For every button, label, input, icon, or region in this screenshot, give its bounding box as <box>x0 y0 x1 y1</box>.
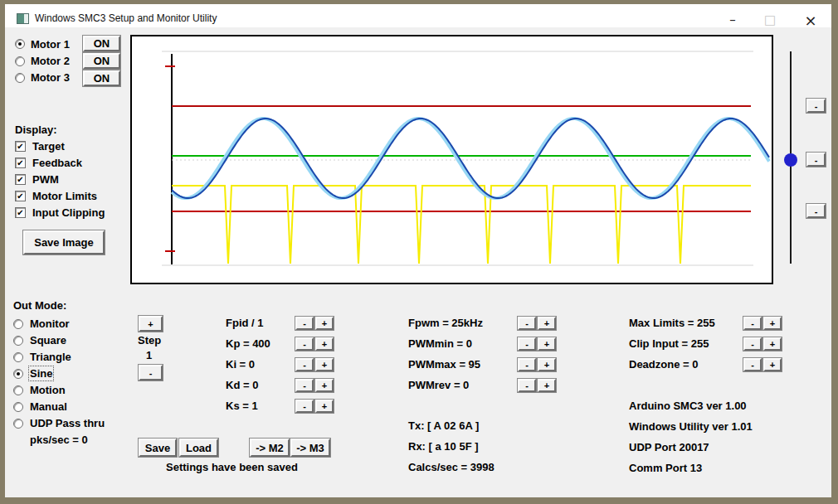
motor-2-label: Motor 2 <box>31 55 70 67</box>
scale-slider-thumb[interactable] <box>784 153 797 167</box>
kd-minus-button[interactable]: - <box>295 379 314 392</box>
out-mode-triangle-radio[interactable] <box>13 352 23 362</box>
deadzone-minus-button[interactable]: - <box>743 358 762 371</box>
out-mode-section-label: Out Mode: <box>13 299 66 312</box>
tx-status: Tx: [ A 02 6A ] <box>408 419 479 432</box>
out-mode-udp-radio[interactable] <box>13 419 23 429</box>
kp-plus-button[interactable]: + <box>315 337 334 351</box>
out-mode-manual-radio[interactable] <box>13 402 23 412</box>
deadzone-plus-button[interactable]: + <box>763 358 782 371</box>
scale-lower-minus-button[interactable]: - <box>806 204 826 218</box>
out-mode-sine-radio[interactable] <box>13 369 23 379</box>
save-button[interactable]: Save <box>139 439 177 457</box>
max-limits-value: Max Limits = 255 <box>629 317 715 329</box>
out-mode-triangle-label: Triangle <box>30 351 71 363</box>
kp-value: Kp = 400 <box>226 337 270 350</box>
load-button[interactable]: Load <box>179 439 218 457</box>
out-mode-square-label: Square <box>30 334 66 346</box>
utility-version: Windows Utility ver 1.01 <box>629 420 753 433</box>
arduino-version: Arduino SMC3 ver 1.00 <box>629 400 747 412</box>
udp-port: UDP Port 20017 <box>629 441 709 453</box>
motor-3-radio[interactable] <box>15 73 25 83</box>
feedback-checkbox-label: Feedback <box>32 157 82 169</box>
ki-plus-button[interactable]: + <box>315 358 334 371</box>
pwmmin-minus-button[interactable]: - <box>518 337 536 351</box>
ki-minus-button[interactable]: - <box>295 358 314 371</box>
target-checkbox[interactable] <box>15 141 26 152</box>
max-limits-plus-button[interactable]: + <box>763 317 782 330</box>
clip-input-plus-button[interactable]: + <box>763 337 782 351</box>
step-label: Step <box>138 334 161 346</box>
deadzone-value: Deadzone = 0 <box>629 358 698 371</box>
max-limits-minus-button[interactable]: - <box>743 317 762 330</box>
motor-limits-checkbox[interactable] <box>15 191 26 201</box>
chart-panel <box>130 35 773 284</box>
pwmrev-plus-button[interactable]: + <box>538 379 556 392</box>
step-plus-button[interactable]: + <box>139 316 163 332</box>
pwmmax-value: PWMmax = 95 <box>408 358 480 371</box>
rx-status: Rx: [ a 10 5F ] <box>408 440 479 453</box>
motor-3-label: Motor 3 <box>31 71 70 84</box>
pwmmax-minus-button[interactable]: - <box>518 358 536 371</box>
pwmrev-value: PWMrev = 0 <box>408 379 469 391</box>
input-clipping-checkbox[interactable] <box>15 207 26 218</box>
pwm-checkbox-label: PWM <box>32 173 59 186</box>
kp-minus-button[interactable]: - <box>295 337 314 351</box>
fpid-minus-button[interactable]: - <box>295 317 314 330</box>
fpid-plus-button[interactable]: + <box>315 317 334 330</box>
pwm-checkbox[interactable] <box>15 174 26 185</box>
ki-value: Ki = 0 <box>226 358 255 371</box>
motor-1-label: Motor 1 <box>31 38 70 51</box>
ks-minus-button[interactable]: - <box>295 400 314 413</box>
step-value: 1 <box>146 349 152 361</box>
copy-to-m3-button[interactable]: -> M3 <box>290 439 330 457</box>
out-mode-motion-label: Motion <box>30 384 66 396</box>
calcs-per-sec: Calcs/sec = 3998 <box>408 461 495 473</box>
fpwm-plus-button[interactable]: + <box>538 317 556 330</box>
out-mode-monitor-label: Monitor <box>30 317 70 330</box>
fpwm-value: Fpwm = 25kHz <box>408 317 483 329</box>
motor-limits-checkbox-label: Motor Limits <box>32 190 97 202</box>
step-minus-button[interactable]: - <box>139 365 163 380</box>
app-icon <box>17 13 29 24</box>
fpid-value: Fpid / 1 <box>226 317 264 329</box>
clip-input-value: Clip Input = 255 <box>629 337 709 350</box>
out-mode-monitor-radio[interactable] <box>13 319 23 329</box>
scale-upper-minus-button[interactable]: - <box>806 99 826 113</box>
comm-port: Comm Port 13 <box>629 462 702 474</box>
out-mode-sine-label: Sine <box>30 367 52 380</box>
motor-1-radio[interactable] <box>15 39 25 49</box>
out-mode-motion-radio[interactable] <box>13 385 23 395</box>
out-mode-manual-label: Manual <box>30 400 67 413</box>
target-checkbox-label: Target <box>32 140 65 153</box>
display-section-label: Display: <box>15 124 57 136</box>
kd-plus-button[interactable]: + <box>315 379 334 392</box>
motor-3-on-button[interactable]: ON <box>83 70 120 86</box>
fpwm-minus-button[interactable]: - <box>518 317 536 330</box>
oscilloscope-chart <box>132 36 772 283</box>
out-mode-udp-label: UDP Pass thru <box>30 417 105 429</box>
out-mode-square-radio[interactable] <box>13 336 23 346</box>
clip-input-minus-button[interactable]: - <box>743 337 762 351</box>
save-image-button[interactable]: Save Image <box>23 230 105 254</box>
pwmmax-plus-button[interactable]: + <box>538 358 556 371</box>
app-window: Windows SMC3 Setup and Monitor Utility –… <box>0 0 838 504</box>
motor-1-on-button[interactable]: ON <box>83 36 120 51</box>
pwmmin-plus-button[interactable]: + <box>538 337 556 351</box>
ks-value: Ks = 1 <box>226 400 258 412</box>
motor-2-on-button[interactable]: ON <box>83 53 120 69</box>
motor-2-radio[interactable] <box>15 56 25 66</box>
pwmmin-value: PWMmin = 0 <box>408 337 472 350</box>
copy-to-m2-button[interactable]: -> M2 <box>250 439 290 457</box>
ks-plus-button[interactable]: + <box>315 400 334 413</box>
pwmrev-minus-button[interactable]: - <box>518 379 536 392</box>
feedback-checkbox[interactable] <box>15 158 26 168</box>
pks-per-sec-value: pks/sec = 0 <box>30 434 88 446</box>
title-bar: Windows SMC3 Setup and Monitor Utility –… <box>5 4 831 27</box>
scale-middle-minus-button[interactable]: - <box>806 153 826 167</box>
input-clipping-checkbox-label: Input Clipping <box>32 206 105 219</box>
status-message: Settings have been saved <box>166 461 298 473</box>
window-title: Windows SMC3 Setup and Monitor Utility <box>35 12 217 24</box>
kd-value: Kd = 0 <box>226 379 258 391</box>
